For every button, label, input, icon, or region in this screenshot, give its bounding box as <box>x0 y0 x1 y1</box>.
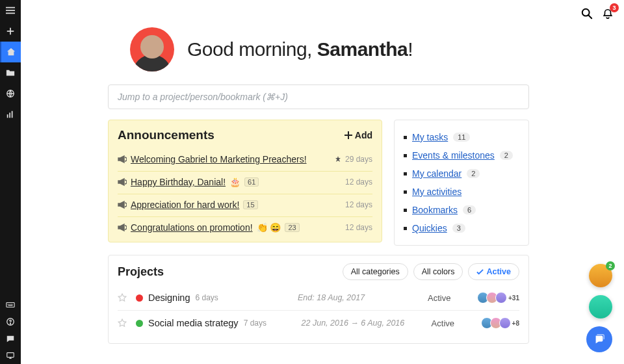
emoji-icon: 🎂 <box>229 177 240 187</box>
greeting-prefix: Good morning, <box>187 38 317 60</box>
announcement-age: 12 days <box>345 177 372 187</box>
quicklink-item: My activities <box>404 183 519 201</box>
floating-stack: 2 <box>586 264 612 352</box>
quicklink-item: Bookmarks6 <box>404 201 519 219</box>
presence-contact-2[interactable] <box>589 295 612 318</box>
star-icon[interactable] <box>118 318 127 328</box>
svg-rect-9 <box>6 303 14 307</box>
reaction-count: 15 <box>243 200 257 209</box>
quicklink-count: 3 <box>452 224 465 233</box>
user-avatar[interactable] <box>130 27 174 72</box>
project-status: Active <box>428 293 480 303</box>
add-announcement-button[interactable]: Add <box>344 130 372 140</box>
filter-categories[interactable]: All categories <box>343 263 408 280</box>
help-icon[interactable] <box>0 313 21 330</box>
menu-icon[interactable] <box>0 0 21 21</box>
filter-active[interactable]: Active <box>468 263 519 280</box>
desktop-icon[interactable] <box>0 347 21 364</box>
announcement-age: 12 days <box>345 200 372 209</box>
avatar <box>495 292 507 304</box>
svg-rect-1 <box>6 10 15 11</box>
svg-rect-0 <box>6 7 15 8</box>
quicklink-link[interactable]: Events & milestones <box>412 150 495 161</box>
quicklink-item: Events & milestones2 <box>404 146 519 164</box>
main-content: Good morning, Samantha! Jump to a projec… <box>21 0 624 364</box>
quicklink-item: My tasks11 <box>404 128 519 146</box>
project-age: 6 days <box>196 293 218 302</box>
svg-rect-6 <box>7 114 8 118</box>
svg-rect-2 <box>6 13 15 14</box>
announcements-panel: Announcements Add Welcoming Gabriel to M… <box>108 120 382 242</box>
announcement-link[interactable]: Happy Birthday, Danial! <box>131 177 226 187</box>
reaction-count: 61 <box>244 177 259 187</box>
add-icon[interactable] <box>0 21 21 42</box>
announcement-age: 29 days <box>345 155 372 164</box>
announcement-age: 12 days <box>345 223 372 232</box>
quicklink-count: 6 <box>463 205 476 214</box>
reports-icon[interactable] <box>0 104 21 125</box>
announcement-item: Happy Birthday, Danial! 🎂 6112 days <box>118 171 372 194</box>
greeting-text: Good morning, Samantha! <box>187 38 413 60</box>
quicklink-item: Quickies3 <box>404 219 519 237</box>
globe-icon[interactable] <box>0 83 21 104</box>
pin-icon <box>335 156 341 162</box>
announcement-link[interactable]: Welcoming Gabriel to Marketing Preachers… <box>131 154 307 164</box>
project-status: Active <box>432 318 484 328</box>
presence-contact-1[interactable]: 2 <box>589 264 612 287</box>
project-people[interactable]: +8 <box>484 317 519 329</box>
svg-rect-12 <box>7 353 14 358</box>
quicklink-link[interactable]: Bookmarks <box>412 205 458 215</box>
svg-rect-4 <box>7 31 14 32</box>
megaphone-icon <box>118 223 127 232</box>
announcement-link[interactable]: Appreciation for hard work! <box>131 200 239 210</box>
project-color-dot <box>136 294 143 302</box>
quicklink-count: 11 <box>453 133 470 142</box>
project-row[interactable]: Designing6 daysEnd: 18 Aug, 2017Active+3… <box>118 285 519 310</box>
project-color-dot <box>136 320 143 327</box>
emoji-icon: 👏 😄 <box>257 222 281 233</box>
project-row[interactable]: Social media strategy7 days22 Jun, 2016 … <box>118 310 519 335</box>
svg-point-11 <box>10 324 10 324</box>
chat-icon[interactable] <box>0 330 21 347</box>
quicklink-link[interactable]: My tasks <box>412 132 448 142</box>
filter-colors[interactable]: All colors <box>413 263 463 280</box>
folder-icon[interactable] <box>0 62 21 83</box>
megaphone-icon <box>118 155 127 164</box>
project-date: End: 18 Aug, 2017 <box>298 293 428 302</box>
people-overflow: +31 <box>508 294 519 302</box>
announcement-item: Congratulations on promotion! 👏 😄 2312 d… <box>118 216 372 239</box>
project-people[interactable]: +31 <box>480 292 519 304</box>
projects-panel: Projects All categories All colors Activ… <box>108 255 529 344</box>
search-input[interactable]: Jump to a project/person/bookmark (⌘+J) <box>108 84 529 109</box>
announcement-link[interactable]: Congratulations on promotion! <box>131 222 253 233</box>
reaction-count: 23 <box>285 223 299 232</box>
star-icon[interactable] <box>118 293 127 302</box>
people-overflow: +8 <box>512 320 519 327</box>
quicklink-count: 2 <box>500 151 513 160</box>
project-name: Designing <box>148 292 190 303</box>
greeting: Good morning, Samantha! <box>130 27 624 72</box>
projects-title: Projects <box>118 265 337 279</box>
quicklink-item: My calendar2 <box>404 164 519 183</box>
announcement-item: Appreciation for hard work! 1512 days <box>118 194 372 216</box>
svg-rect-15 <box>344 135 352 136</box>
quicklink-link[interactable]: My calendar <box>412 168 462 179</box>
project-age: 7 days <box>244 318 266 328</box>
filter-active-label: Active <box>486 267 511 276</box>
quicklink-link[interactable]: Quickies <box>412 223 447 233</box>
project-date: 22 Jun, 2016 → 6 Aug, 2016 <box>302 318 432 328</box>
greeting-suffix: ! <box>408 38 413 60</box>
greeting-name: Samantha <box>317 38 408 60</box>
quicklink-link[interactable]: My activities <box>412 187 462 197</box>
add-label: Add <box>355 130 372 140</box>
megaphone-icon <box>118 177 127 187</box>
sidebar <box>0 0 21 364</box>
announcement-item: Welcoming Gabriel to Marketing Preachers… <box>118 149 372 171</box>
chat-launcher-button[interactable] <box>586 326 612 352</box>
announcements-title: Announcements <box>118 128 344 142</box>
keyboard-icon[interactable] <box>0 296 21 313</box>
home-icon[interactable] <box>0 42 21 62</box>
project-name: Social media strategy <box>148 318 239 328</box>
presence-badge: 2 <box>606 261 615 270</box>
megaphone-icon <box>118 200 127 209</box>
